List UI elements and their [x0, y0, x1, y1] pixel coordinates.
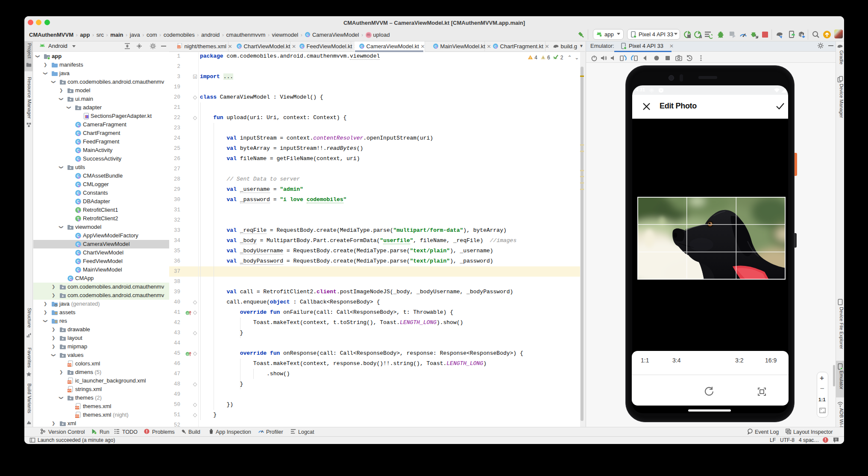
svg-text:C: C: [77, 191, 79, 195]
svg-text:!: !: [530, 56, 531, 60]
svg-text:C: C: [69, 276, 72, 280]
svg-text:A: A: [699, 35, 702, 39]
svg-text:C: C: [361, 44, 363, 48]
svg-text:C: C: [77, 131, 79, 135]
svg-text:C: C: [77, 199, 79, 204]
svg-text:C: C: [77, 182, 79, 187]
svg-text:C: C: [77, 251, 79, 255]
svg-text:T: T: [77, 208, 79, 212]
svg-text:C: C: [301, 44, 303, 48]
svg-text:<>: <>: [76, 415, 79, 418]
svg-text:C: C: [434, 44, 437, 48]
svg-text:C: C: [77, 259, 79, 263]
svg-text:<>: <>: [177, 46, 180, 49]
svg-text:C: C: [77, 242, 79, 246]
svg-text:<>: <>: [68, 389, 71, 392]
svg-text:!: !: [542, 56, 543, 60]
svg-text:C: C: [77, 148, 79, 152]
svg-text:C: C: [77, 123, 79, 127]
svg-text:C: C: [77, 268, 79, 272]
svg-text:C: C: [494, 44, 497, 48]
svg-text:C: C: [77, 157, 79, 161]
svg-text:C: C: [77, 234, 79, 238]
svg-text:C: C: [238, 44, 240, 48]
svg-text:<>: <>: [68, 364, 71, 367]
svg-text:C: C: [77, 174, 79, 178]
svg-text:C: C: [77, 140, 79, 144]
svg-text:C: C: [306, 33, 309, 37]
svg-text:<>: <>: [76, 406, 79, 409]
svg-text:T: T: [77, 216, 79, 221]
svg-text:<>: <>: [68, 381, 71, 384]
svg-text:o: o: [187, 311, 189, 315]
svg-text:o: o: [187, 352, 189, 356]
